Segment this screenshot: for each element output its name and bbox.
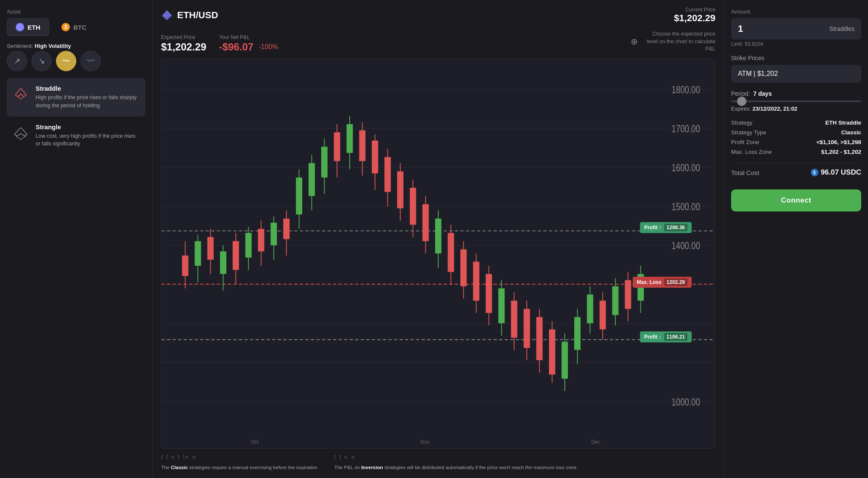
expected-price-block: Expected Price $1,202.29 [161, 34, 206, 53]
legend-classic-icons: / / < \ \< < [161, 454, 317, 461]
pnl-value: -$96.07 [219, 41, 253, 53]
current-price-value: $1,202.29 [674, 13, 715, 24]
chart-header: ETH/USD Current Price $1,202.29 [161, 7, 715, 24]
svg-rect-66 [448, 233, 454, 272]
svg-rect-88 [587, 294, 593, 323]
tab-btc[interactable]: ₿ BTC [53, 18, 95, 36]
expected-price-label: Expected Price [161, 34, 206, 40]
connect-button[interactable]: Connect [731, 189, 861, 211]
svg-rect-30 [220, 251, 226, 274]
tab-eth[interactable]: ETH [7, 18, 49, 36]
btc-icon: ₿ [61, 23, 70, 31]
straddle-icon [12, 85, 30, 103]
current-price-label: Current Price [674, 7, 715, 13]
dir-btn-down[interactable]: ↘ [31, 51, 52, 71]
slider-track [731, 100, 861, 102]
svg-marker-0 [17, 25, 22, 29]
svg-rect-54 [372, 140, 378, 173]
chart-area[interactable]: 1800.00 1700.00 1600.00 1500.00 1400.00 … [161, 58, 715, 449]
svg-rect-42 [296, 177, 302, 214]
strategy-item-straddle[interactable]: Straddle High profits if the price rises… [7, 78, 145, 117]
amount-value: 1 [738, 23, 825, 34]
svg-rect-74 [498, 288, 505, 323]
svg-text:1500.00: 1500.00 [671, 201, 700, 213]
svg-rect-68 [460, 249, 467, 286]
profit-up-badge: Profit ↑ 1298.36 [640, 222, 692, 233]
svg-rect-46 [321, 147, 328, 178]
strangle-name: Strangle [36, 123, 140, 131]
svg-text:1400.00: 1400.00 [671, 240, 700, 252]
strategy-list: Straddle High profits if the price rises… [7, 78, 145, 155]
svg-rect-28 [207, 237, 214, 259]
tab-btc-label: BTC [73, 24, 86, 31]
tab-eth-label: ETH [28, 24, 40, 31]
asset-tabs: ETH ₿ BTC [7, 18, 145, 36]
profit-down-badge: Profit ↓ 1106.21 [640, 331, 692, 342]
strategy-item-strangle[interactable]: Strangle Low cost, very high profits if … [7, 117, 145, 155]
svg-rect-84 [562, 342, 568, 378]
svg-rect-52 [359, 130, 365, 161]
svg-rect-50 [347, 124, 353, 153]
pnl-pct: -100% [259, 43, 278, 51]
profit-zone-label: Profit Zone [731, 139, 759, 145]
dir-btn-up[interactable]: ↗ [7, 51, 27, 71]
left-panel: Asset ETH ₿ BTC Sentiment: High Volatili… [0, 0, 153, 478]
svg-rect-32 [233, 241, 239, 270]
strike-value: ATM | $1,202 [738, 70, 778, 77]
strategy-type-label: Strategy Type [731, 129, 766, 136]
right-panel: Amount 1 Straddles Limit: 93.9104 Strike… [724, 0, 868, 478]
x-label-dec: Dec [591, 439, 600, 445]
pair-label: ETH/USD [177, 10, 218, 21]
strike-section: Strike Prices ATM | $1,202 [731, 55, 861, 83]
pnl-row: Expected Price $1,202.29 Your Net P&L -$… [161, 31, 715, 53]
chart-hint: ⊕ Choose the expected price level on the… [631, 31, 715, 53]
pair-title: ETH/USD [161, 9, 218, 21]
svg-text:1600.00: 1600.00 [671, 161, 700, 173]
total-cost-row: Total Cost $ 96.07 USDC [731, 163, 861, 182]
svg-rect-26 [195, 241, 201, 266]
straddle-desc: High profits if the price rises or falls… [36, 94, 140, 110]
eth-logo-icon [161, 9, 173, 21]
strategy-label: Strategy [731, 119, 752, 126]
amount-input[interactable]: 1 Straddles [731, 18, 861, 39]
svg-rect-48 [334, 132, 340, 161]
svg-rect-86 [574, 317, 581, 350]
svg-rect-40 [283, 218, 289, 239]
slider-thumb[interactable] [737, 97, 746, 106]
profit-down-value: 1106.21 [664, 333, 687, 341]
period-label: Period: [731, 90, 750, 97]
candlestick-chart[interactable]: 1800.00 1700.00 1600.00 1500.00 1400.00 … [161, 58, 715, 448]
expires-value: 23/12/2022, 21:02 [753, 106, 798, 112]
info-row-strategy: Strategy ETH Straddle [731, 119, 861, 126]
strangle-icon [12, 123, 30, 141]
svg-rect-76 [511, 300, 517, 337]
period-slider[interactable] [731, 97, 861, 106]
dir-btn-flat[interactable]: 〰 [81, 51, 101, 71]
strategy-value: ETH Straddle [825, 119, 861, 126]
eth-icon [16, 23, 24, 31]
svg-rect-34 [245, 233, 252, 257]
total-cost-label: Total Cost [731, 169, 760, 176]
svg-rect-82 [549, 329, 555, 375]
x-label-nov: Nov [420, 439, 429, 445]
max-loss-label: Max. Loss [637, 279, 662, 285]
legend-inversion-icons: / \ < < [334, 454, 576, 461]
svg-rect-24 [182, 255, 189, 275]
svg-rect-80 [536, 317, 542, 360]
max-loss-badge: Max. Loss 1202.29 [633, 277, 692, 288]
x-axis: Oct Nov Dec [161, 439, 690, 445]
max-loss-zone-label: Max. Loss Zone [731, 149, 772, 155]
direction-buttons: ↗ ↘ 〜 〰 [7, 51, 145, 71]
svg-rect-44 [309, 163, 315, 196]
dir-btn-wave[interactable]: 〜 [56, 51, 76, 71]
strangle-text: Strangle Low cost, very high profits if … [36, 123, 140, 148]
strike-label: Strike Prices [731, 55, 861, 61]
info-row-profit-zone: Profit Zone <$1,106, >$1,298 [731, 139, 861, 145]
svg-rect-92 [612, 286, 618, 315]
strike-input[interactable]: ATM | $1,202 [731, 65, 861, 83]
amount-label: Amount [731, 8, 861, 15]
period-row: Period: 7 days [731, 90, 861, 97]
legend-classic-text: The Classic strategies require a manual … [161, 464, 317, 471]
asset-label: Asset [7, 8, 145, 15]
svg-text:1800.00: 1800.00 [671, 83, 700, 95]
